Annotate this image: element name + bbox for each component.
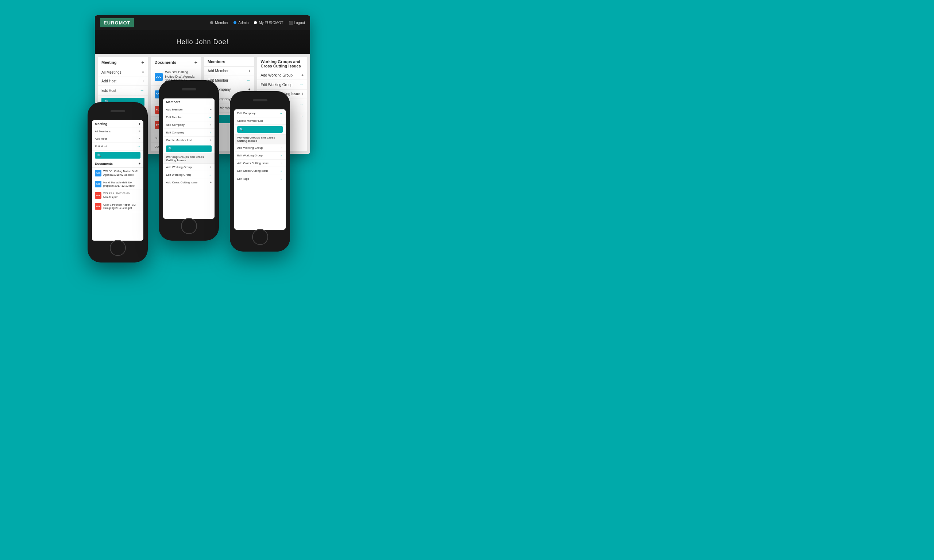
phone1-doc-4[interactable]: PDF UNIFE Position Paper ISM Grouping 20… xyxy=(92,201,143,212)
phone2-search-icon: 🔍 xyxy=(168,147,172,151)
phone1-all-meetings[interactable]: All Meetings ≡ xyxy=(92,128,143,135)
phone2-add-wg[interactable]: Add Working Group + xyxy=(163,164,214,171)
logo: EUROMOT xyxy=(100,18,134,27)
members-panel-title: Members xyxy=(208,59,225,64)
phone1-doc-badge-4: PDF xyxy=(95,203,102,210)
phone3-edit-wg-arrow: → xyxy=(279,154,283,157)
phone-3: Edit Company → Create Member List + 🔍 Wo… xyxy=(230,91,290,252)
phone2-edit-company-arrow: → xyxy=(208,131,212,135)
members-panel-header: Members xyxy=(204,57,254,67)
phone1-doc-2[interactable]: DOC Hand Startable definition proposal 2… xyxy=(92,179,143,190)
myeuromot-dot xyxy=(254,21,257,24)
member-nav[interactable]: Member xyxy=(210,21,228,25)
documents-add-icon[interactable]: + xyxy=(194,59,197,65)
phone1-doc-3[interactable]: PDF WG RAIL 2017-03-06 Minutes.pdf xyxy=(92,190,143,201)
phone3-add-wg-icon: + xyxy=(281,146,283,149)
phone3-add-cc-icon: + xyxy=(281,162,283,165)
phone1-meeting-header: Meeting + xyxy=(92,120,143,128)
phone3-edit-tags[interactable]: Edit Tags → xyxy=(234,175,286,183)
phone1-search-icon: 🔍 xyxy=(97,154,101,157)
phones-container: Meeting + All Meetings ≡ Add Host + Edit… xyxy=(88,80,290,263)
phone1-doc-badge-3: PDF xyxy=(95,192,102,199)
meeting-add-icon[interactable]: + xyxy=(141,59,144,65)
phone2-create-list-icon: + xyxy=(210,138,212,142)
phone2-add-wg-icon: + xyxy=(210,166,212,169)
phone3-search[interactable]: 🔍 xyxy=(237,126,283,133)
phone1-doc-1[interactable]: DOC WG SCI Calling Notice Draft Agenda 2… xyxy=(92,168,143,179)
wg-panel-header: Working Groups and Cross Cutting Issues xyxy=(257,57,308,71)
logout-nav[interactable]: ⬛ Logout xyxy=(288,21,305,25)
add-member-item[interactable]: Add Member + xyxy=(204,67,254,75)
phone2-add-member-icon: + xyxy=(210,108,212,111)
phone2-add-cc-icon: + xyxy=(210,181,212,184)
phone3-edit-company[interactable]: Edit Company → xyxy=(234,109,286,117)
phone2-search[interactable]: 🔍 xyxy=(166,145,212,152)
phone3-edit-wg[interactable]: Edit Working Group → xyxy=(234,152,286,160)
phone3-edit-company-arrow: → xyxy=(279,111,283,115)
phone2-wg-panel: Add Working Group + Edit Working Group →… xyxy=(163,164,214,186)
phone3-add-wg[interactable]: Add Working Group + xyxy=(234,145,286,152)
phone3-wg-panel: Add Working Group + Edit Working Group →… xyxy=(234,145,286,183)
phone3-create-list-icon: + xyxy=(281,119,283,123)
phone-1: Meeting + All Meetings ≡ Add Host + Edit… xyxy=(88,102,148,263)
admin-nav[interactable]: Admin xyxy=(233,21,249,25)
phone2-edit-company[interactable]: Edit Company → xyxy=(163,129,214,137)
phone2-wg-section: Working Groups and Cross Cutting Issues xyxy=(163,154,214,164)
add-member-icon: + xyxy=(248,69,251,73)
phone1-docs-header: Documents + xyxy=(92,160,143,168)
admin-dot xyxy=(233,21,236,24)
all-meetings-item[interactable]: All Meetings ≡ xyxy=(98,68,148,77)
navbar: EUROMOT Member Admin My EUROMOT ⬛ Logout xyxy=(95,15,310,30)
phone3-edit-cc-arrow: → xyxy=(279,169,283,173)
phone1-edit-host-arrow: → xyxy=(137,145,140,148)
my-euromot-nav[interactable]: My EUROMOT xyxy=(254,21,284,25)
doc-badge-1: DOC xyxy=(155,73,163,81)
phone-3-screen: Edit Company → Create Member List + 🔍 Wo… xyxy=(234,109,286,230)
member-dot xyxy=(210,21,213,24)
phone1-doc-badge-2: DOC xyxy=(95,181,102,188)
phone1-edit-host[interactable]: Edit Host → xyxy=(92,143,143,151)
phone1-add-host[interactable]: Add Host + xyxy=(92,135,143,143)
nav-links: Member Admin My EUROMOT ⬛ Logout xyxy=(210,21,305,25)
hero-banner: Hello John Doe! xyxy=(95,30,310,54)
phone1-list-icon: ≡ xyxy=(139,130,140,133)
phone1-meeting-plus[interactable]: + xyxy=(139,122,140,126)
phone3-search-icon: 🔍 xyxy=(239,128,244,131)
phone2-members-header: Members xyxy=(163,98,214,106)
meeting-panel-title: Meeting xyxy=(102,60,117,65)
phone1-meeting-panel: Meeting + All Meetings ≡ Add Host + Edit… xyxy=(92,120,143,158)
phone3-edit-tags-arrow: → xyxy=(279,177,283,181)
phone2-members-panel: Members Add Member + Edit Member → Add C… xyxy=(163,98,214,152)
phone2-edit-member[interactable]: Edit Member → xyxy=(163,113,214,122)
phone2-add-company-icon: + xyxy=(210,123,212,126)
phone3-wg-section: Working Groups and Cross Cutting Issues xyxy=(234,134,286,145)
meeting-panel-header: Meeting + xyxy=(98,57,148,68)
documents-panel-header: Documents + xyxy=(151,57,201,68)
phone3-create-member-list[interactable]: Create Member List + xyxy=(234,117,286,125)
add-wg-icon: + xyxy=(301,73,304,77)
phone-1-screen: Meeting + All Meetings ≡ Add Host + Edit… xyxy=(92,120,143,241)
phone1-add-host-icon: + xyxy=(139,137,140,140)
edit-wg-arrow: → xyxy=(299,82,304,87)
phone2-edit-wg-arrow: → xyxy=(208,173,212,177)
phone1-docs-panel: Documents + DOC WG SCI Calling Notice Dr… xyxy=(92,160,143,212)
wg-panel-title: Working Groups and Cross Cutting Issues xyxy=(261,59,304,68)
hero-title: Hello John Doe! xyxy=(176,38,228,46)
phone2-edit-wg[interactable]: Edit Working Group → xyxy=(163,171,214,179)
list-icon: ≡ xyxy=(142,70,145,74)
phone2-add-company[interactable]: Add Company + xyxy=(163,122,214,129)
edit-tags-arrow: → xyxy=(299,113,304,118)
phone2-add-member[interactable]: Add Member + xyxy=(163,106,214,113)
add-working-group-item[interactable]: Add Working Group + xyxy=(257,71,308,80)
phone3-edit-cc[interactable]: Edit Cross Cutting Issue → xyxy=(234,167,286,175)
phone2-create-member-list[interactable]: Create Member List + xyxy=(163,137,214,144)
phone3-top-panel: Edit Company → Create Member List + 🔍 xyxy=(234,109,286,133)
phone3-add-cc[interactable]: Add Cross Cutting Issue + xyxy=(234,160,286,167)
phone2-add-cc[interactable]: Add Cross Cutting Issue + xyxy=(163,179,214,186)
phone-2: Members Add Member + Edit Member → Add C… xyxy=(159,80,219,241)
phone1-search[interactable]: 🔍 xyxy=(95,152,140,158)
phone2-edit-member-arrow: → xyxy=(208,115,212,119)
documents-panel-title: Documents xyxy=(155,60,177,65)
phone1-docs-plus[interactable]: + xyxy=(139,162,140,166)
edit-cc-arrow: → xyxy=(299,102,304,107)
